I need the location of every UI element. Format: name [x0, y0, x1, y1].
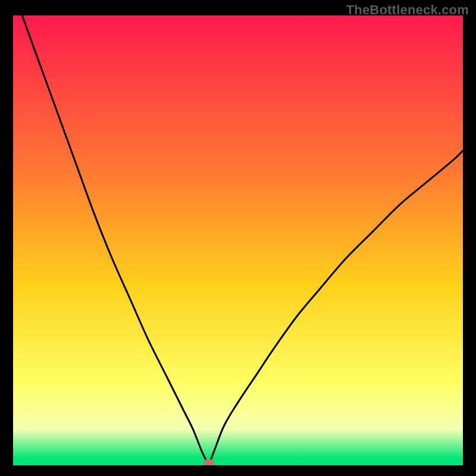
- plot-area: [13, 15, 463, 465]
- gradient-background: [13, 15, 463, 465]
- watermark-text: TheBottleneck.com: [346, 2, 469, 18]
- chart-frame: TheBottleneck.com: [0, 0, 476, 476]
- bottleneck-chart: [13, 15, 463, 465]
